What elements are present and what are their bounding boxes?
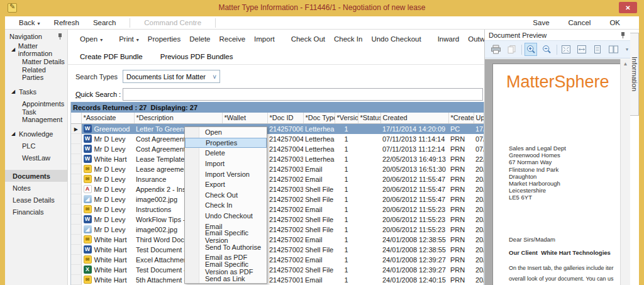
- sidebar-item-notes[interactable]: Notes: [5, 182, 67, 194]
- table-row[interactable]: Mr D LevyAppendix 2 - Insurance214257003…: [71, 184, 484, 194]
- context-menu-item-import[interactable]: Import: [185, 159, 267, 169]
- row-selector-cell[interactable]: [71, 275, 81, 285]
- row-selector-cell[interactable]: [71, 184, 81, 194]
- copy-pages-icon[interactable]: [505, 43, 518, 56]
- sidebar-item-plc[interactable]: PLC: [5, 140, 67, 152]
- context-menu-item-email-specific-version[interactable]: Email Specific Version: [185, 232, 267, 242]
- sidebar-item-lease-details[interactable]: Lease Details: [5, 194, 67, 206]
- column-header-description[interactable]: *Description: [134, 113, 222, 123]
- row-selector-cell[interactable]: [71, 265, 81, 275]
- doc-toolbar-open-button[interactable]: Open: [75, 33, 107, 45]
- table-row[interactable]: Mr D Levyimage002.jpg2142570026Shell Fil…: [71, 225, 484, 235]
- doc-toolbar-delete-button[interactable]: Delete: [185, 33, 214, 45]
- table-row[interactable]: Mr D LevyInsurance2142570028Email120/06/…: [71, 174, 484, 184]
- column-header-status[interactable]: *Status: [358, 113, 380, 123]
- sidebar-item-financials[interactable]: Financials: [5, 206, 67, 218]
- single-page-icon[interactable]: [591, 43, 604, 56]
- zoom-out-icon[interactable]: [540, 43, 553, 56]
- refresh-button[interactable]: Refresh: [54, 19, 79, 26]
- scroll-up-icon[interactable]: ▲: [621, 59, 630, 69]
- context-menu-item-export[interactable]: Export: [185, 179, 267, 190]
- context-menu-item-email-specific-version-as-pdf[interactable]: Email Specific Version as PDF: [185, 263, 267, 274]
- tab-information[interactable]: Information: [630, 33, 639, 116]
- print-icon[interactable]: [489, 43, 502, 56]
- sidebar-item-documents[interactable]: Documents: [5, 170, 67, 182]
- context-menu-item-check-in[interactable]: Check In: [185, 200, 267, 211]
- column-header-upd[interactable]: Upd: [474, 113, 484, 123]
- context-menu-item-open[interactable]: Open: [185, 127, 267, 138]
- column-header-wallet[interactable]: *Wallet: [222, 113, 267, 123]
- pin-icon[interactable]: [57, 33, 64, 40]
- save-button[interactable]: Save: [533, 19, 549, 26]
- row-selector-cell[interactable]: [71, 174, 81, 184]
- doc-toolbar-undo-checkout-button[interactable]: Undo Checkout: [367, 33, 425, 45]
- pin-icon[interactable]: [620, 31, 626, 39]
- table-row[interactable]: White HartTest Document 4.xls2142570022S…: [71, 265, 484, 275]
- sidebar-item-knowledge[interactable]: Knowledge: [5, 128, 67, 140]
- row-selector-cell[interactable]: [71, 134, 81, 144]
- cancel-button[interactable]: Cancel: [569, 19, 591, 26]
- create-pdf-bundle-button[interactable]: Create PDF Bundle: [75, 50, 147, 63]
- ok-button[interactable]: OK: [609, 19, 620, 26]
- doc-toolbar-properties-button[interactable]: Properties: [143, 33, 185, 45]
- context-menu-item-check-out[interactable]: Check Out: [185, 190, 267, 201]
- context-menu-item-send-as-link[interactable]: Send as Link: [185, 273, 267, 284]
- preview-scrollbar[interactable]: ▲: [620, 59, 630, 285]
- row-selector-cell[interactable]: [71, 245, 81, 255]
- search-button[interactable]: Search: [93, 19, 116, 26]
- sidebar-item-task-management[interactable]: Task Management: [5, 109, 67, 121]
- context-menu-item-properties[interactable]: Properties: [185, 138, 267, 148]
- doc-toolbar-check-out-button[interactable]: Check Out: [287, 33, 330, 45]
- row-selector-cell[interactable]: [71, 215, 81, 225]
- row-selector-cell[interactable]: [71, 255, 81, 265]
- sidebar-item-tasks[interactable]: Tasks: [5, 86, 67, 98]
- row-selector-cell[interactable]: [71, 164, 81, 174]
- table-row[interactable]: Mr D LevyInstructions2142570025Email120/…: [71, 204, 484, 215]
- table-row[interactable]: White Hart5th Attachment - Excel21425700…: [71, 275, 484, 285]
- doc-toolbar-inward-button[interactable]: Inward: [433, 33, 464, 45]
- table-row[interactable]: Mr D LevyCost Agreement Full Pr214257004…: [71, 144, 484, 154]
- column-header-created[interactable]: Created: [380, 113, 448, 123]
- search-types-dropdown[interactable]: Documents List for Matter: [123, 70, 220, 83]
- context-menu-item-delete[interactable]: Delete: [185, 148, 267, 159]
- column-header-doc-type[interactable]: *Doc Type: [303, 113, 335, 123]
- row-selector-cell[interactable]: [71, 154, 81, 164]
- sidebar-item-matter-information[interactable]: Matter information: [5, 43, 67, 55]
- column-header-created-by[interactable]: *Created By: [448, 113, 474, 123]
- table-row[interactable]: Mr D LevyLease agreement2142570031Email1…: [71, 164, 484, 174]
- table-row[interactable]: Mr D LevyCost Agreement Full Pr214257004…: [71, 134, 484, 144]
- doc-toolbar-check-in-button[interactable]: Check In: [330, 33, 367, 45]
- zoom-in-icon[interactable]: [525, 43, 537, 56]
- table-row[interactable]: Mr D LevyWorkFlow Tips - 29Jun2142570027…: [71, 215, 484, 225]
- fit-page-icon[interactable]: [560, 43, 572, 56]
- row-selector-cell[interactable]: [71, 123, 81, 134]
- table-row[interactable]: White HartLease Template To Wh2142570033…: [71, 154, 484, 164]
- row-selector-cell[interactable]: [71, 144, 81, 154]
- quick-search-input[interactable]: [123, 88, 483, 101]
- context-menu-item-undo-checkout[interactable]: Undo Checkout: [185, 211, 267, 221]
- previous-pdf-bundles-button[interactable]: Previous PDF Bundles: [156, 50, 238, 63]
- two-pages-icon[interactable]: [607, 43, 619, 56]
- column-header-versio[interactable]: *Versio: [335, 113, 358, 123]
- fit-width-icon[interactable]: [575, 43, 588, 56]
- table-row[interactable]: Mr D Levyimage002.jpg2142570029Shell Fil…: [71, 194, 484, 204]
- column-header-doc-id[interactable]: *Doc ID: [267, 113, 303, 123]
- table-row[interactable]: White HartTest Document 3.doc2142570024S…: [71, 245, 484, 255]
- doc-toolbar-print-button[interactable]: Print: [114, 33, 143, 45]
- table-row[interactable]: GreenwoodLetter To Greenwood HomesCorres…: [71, 123, 484, 134]
- close-button[interactable]: [619, 2, 637, 13]
- doc-toolbar-receive-button[interactable]: Receive: [215, 33, 250, 45]
- row-selector-cell[interactable]: [71, 225, 81, 235]
- row-selector-cell[interactable]: [71, 235, 81, 245]
- context-menu-item-send-to-authorise[interactable]: Send To Authorise: [185, 242, 267, 253]
- sidebar-item-westlaw[interactable]: WestLaw: [5, 152, 67, 164]
- table-row[interactable]: White HartExcel Attachment2142570021Emai…: [71, 255, 484, 265]
- command-centre-button[interactable]: Command Centre: [144, 19, 201, 26]
- column-header-associate[interactable]: *Associate: [81, 113, 134, 123]
- back-button[interactable]: Back: [19, 19, 40, 26]
- row-selector-cell[interactable]: [71, 204, 81, 215]
- toolbar-overflow-icon[interactable]: ▾: [626, 47, 628, 52]
- sidebar-item-related-parties[interactable]: Related Parties: [5, 67, 67, 79]
- doc-toolbar-import-button[interactable]: Import: [250, 33, 279, 45]
- context-menu-item-import-version[interactable]: Import Version: [185, 169, 267, 179]
